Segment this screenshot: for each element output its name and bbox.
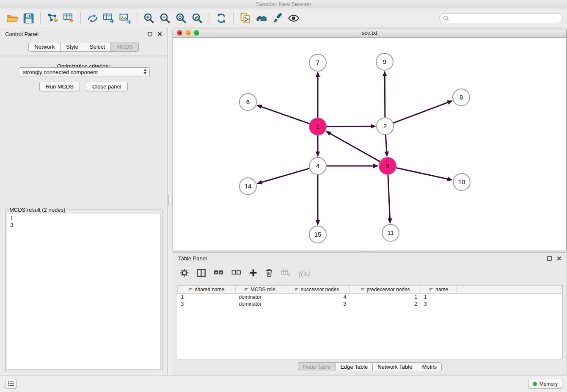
tab-style[interactable]: Style <box>60 42 84 52</box>
save-session-button[interactable] <box>20 10 36 26</box>
table-row[interactable]: 3dominator323 <box>178 301 562 307</box>
network-window-titlebar[interactable]: scc.txt <box>173 28 566 38</box>
table-cell-filler <box>457 301 562 307</box>
deselect-all-button[interactable] <box>231 270 241 277</box>
graph-edge-arrow <box>385 152 389 157</box>
table-cell[interactable]: 1 <box>350 294 421 301</box>
criterion-dropdown[interactable]: strongly connected component <box>19 67 150 77</box>
control-panel-tabs: NetworkStyleSelectMCDS <box>0 42 167 52</box>
run-mcds-button[interactable]: Run MCDS <box>39 82 80 91</box>
zoom-fit-icon <box>175 12 187 24</box>
table-cell[interactable]: 4 <box>284 294 350 301</box>
function-builder-button[interactable]: f(x) <box>299 269 310 278</box>
table-cell[interactable]: 3 <box>178 301 236 307</box>
table-cell[interactable]: 1 <box>178 294 236 301</box>
export-network-icon <box>87 12 99 24</box>
tab-edge-table[interactable]: Edge Table <box>335 362 373 371</box>
node-table[interactable]: shared nameMCDS rolesuccessor nodesprede… <box>177 285 563 359</box>
graph-edge-2-8[interactable] <box>393 102 449 123</box>
network-window-title: scc.txt <box>362 30 377 36</box>
column-header-successor-nodes[interactable]: successor nodes <box>284 286 350 294</box>
tab-network-table[interactable]: Network Table <box>372 362 417 371</box>
table-row[interactable]: 1dominator411 <box>178 294 562 301</box>
refresh-view-button[interactable] <box>213 10 229 26</box>
dropdown-stepper-icon <box>143 69 147 74</box>
sort-icon <box>429 287 433 293</box>
copy-network-button[interactable] <box>237 10 253 26</box>
main-toolbar <box>0 8 567 28</box>
graph-edge-2-3[interactable] <box>385 135 387 152</box>
control-panel-title: Control Panel <box>5 31 39 37</box>
graph-edge-2-9[interactable] <box>385 75 385 118</box>
zoom-selected-button[interactable] <box>189 10 205 26</box>
apply-style-button[interactable] <box>270 10 286 26</box>
home-layout-button[interactable] <box>253 10 270 26</box>
graph-edge-1-2[interactable] <box>326 126 372 127</box>
memory-status-icon <box>533 382 537 386</box>
close-panel-icon[interactable] <box>556 256 561 261</box>
import-network-button[interactable] <box>44 10 61 26</box>
column-header-MCDS-role[interactable]: MCDS role <box>235 286 284 294</box>
table-cell[interactable]: 3 <box>421 301 457 307</box>
control-panel: Control Panel NetworkStyleSelectMCDS Opt… <box>0 28 168 375</box>
mcds-result-text[interactable]: 1 3 <box>7 214 161 370</box>
graph-edge-3-10[interactable] <box>396 168 449 179</box>
tab-node-table[interactable]: Node Table <box>298 362 336 371</box>
graph-node-label: 3 <box>386 162 389 169</box>
graph-edge-3-11[interactable] <box>388 174 390 219</box>
memory-button[interactable]: Memory <box>528 379 562 389</box>
network-canvas[interactable]: 7968124314101511 <box>173 38 566 251</box>
minimize-window-icon[interactable] <box>185 30 191 36</box>
show-columns-button[interactable] <box>197 269 206 279</box>
column-header-predecessor-nodes[interactable]: predecessor nodes <box>350 286 421 294</box>
toolbar-separator <box>233 12 234 25</box>
table-cell[interactable]: dominator <box>235 294 284 301</box>
zoom-fit-button[interactable] <box>173 10 189 26</box>
graph-node-label: 7 <box>316 59 319 66</box>
sort-icon <box>244 287 248 293</box>
delete-column-button[interactable] <box>265 268 273 279</box>
table-cell[interactable]: dominator <box>235 301 284 307</box>
tab-mcds[interactable]: MCDS <box>110 42 138 52</box>
tab-motifs[interactable]: Motifs <box>417 362 442 371</box>
criterion-value: strongly connected component <box>23 69 98 75</box>
table-settings-button[interactable] <box>180 268 189 279</box>
add-column-button[interactable] <box>249 269 257 279</box>
float-panel-icon[interactable] <box>547 256 552 261</box>
table-cell[interactable]: 1 <box>421 294 457 301</box>
tab-network[interactable]: Network <box>28 42 61 52</box>
graph-edge-4-14[interactable] <box>261 168 310 182</box>
float-panel-icon[interactable] <box>147 31 152 36</box>
open-session-button[interactable] <box>4 10 20 26</box>
graph-node-label: 1 <box>316 123 319 130</box>
table-cell[interactable]: 3 <box>284 301 350 307</box>
zoom-out-button[interactable] <box>157 10 173 26</box>
select-all-button[interactable] <box>214 270 223 277</box>
export-image-button[interactable] <box>117 10 133 26</box>
import-network-icon <box>46 12 59 24</box>
vertical-splitter-handle[interactable] <box>168 195 171 206</box>
graph-edge-3-1[interactable] <box>330 133 380 162</box>
table-cell[interactable]: 2 <box>350 301 421 307</box>
column-header-shared-name[interactable]: shared name <box>178 286 236 294</box>
toolbar-separator <box>137 12 137 25</box>
close-panel-button[interactable]: Close panel <box>86 82 128 91</box>
graph-edge-1-6[interactable] <box>261 107 310 124</box>
network-graph[interactable]: 7968124314101511 <box>173 38 566 251</box>
show-hide-graphics-button[interactable] <box>286 10 302 26</box>
export-table-button[interactable] <box>101 10 117 26</box>
zoom-in-button[interactable] <box>141 10 157 26</box>
export-network-button[interactable] <box>85 10 101 26</box>
import-table-button[interactable] <box>61 10 77 26</box>
search-input[interactable] <box>451 15 559 22</box>
delete-table-button[interactable] <box>281 269 291 278</box>
close-panel-icon[interactable] <box>157 31 162 36</box>
close-window-icon[interactable] <box>177 30 182 36</box>
zoom-window-icon[interactable] <box>194 30 199 36</box>
column-header-name[interactable]: name <box>421 286 457 294</box>
task-history-button[interactable] <box>5 379 17 389</box>
columns-icon <box>197 269 206 277</box>
search-field[interactable] <box>439 13 563 23</box>
tab-select[interactable]: Select <box>84 42 111 52</box>
horizontal-splitter-handle[interactable] <box>362 251 373 252</box>
